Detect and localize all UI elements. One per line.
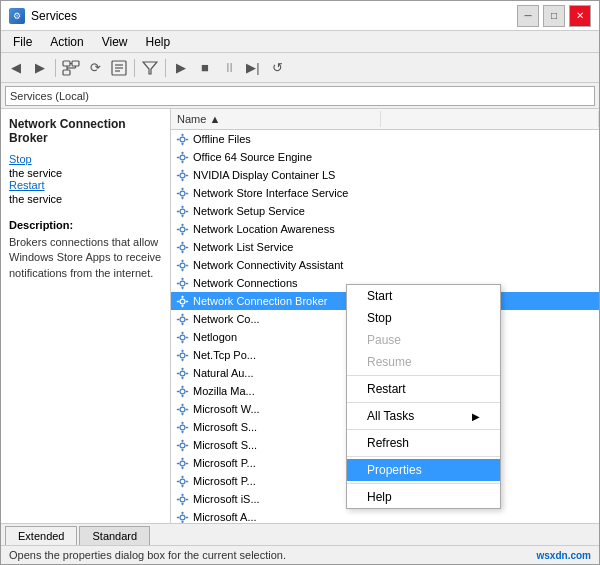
svg-rect-30 xyxy=(176,192,178,194)
pause-service-button[interactable]: ⏸ xyxy=(218,57,240,79)
svg-rect-78 xyxy=(181,367,183,369)
description-text: Brokers connections that allow Windows S… xyxy=(9,235,162,281)
title-bar-left: ⚙ Services xyxy=(9,8,77,24)
list-item[interactable]: Network List Service xyxy=(171,238,599,256)
service-icon xyxy=(175,276,189,290)
window-controls: ─ □ ✕ xyxy=(517,5,591,27)
ctx-pause[interactable]: Pause xyxy=(347,329,500,351)
ctx-all-tasks[interactable]: All Tasks ▶ xyxy=(347,405,500,427)
panel-title: Network Connection Broker xyxy=(9,117,162,145)
ctx-sep-2 xyxy=(347,402,500,403)
filter-button[interactable] xyxy=(139,57,161,79)
ctx-restart[interactable]: Restart xyxy=(347,378,500,400)
svg-rect-90 xyxy=(176,408,178,410)
ctx-start-label: Start xyxy=(367,289,392,303)
svg-point-47 xyxy=(180,263,185,268)
col-desc-header[interactable] xyxy=(381,111,599,127)
ctx-help[interactable]: Help xyxy=(347,486,500,508)
service-icon xyxy=(175,438,189,452)
list-item[interactable]: Network Location Awareness xyxy=(171,220,599,238)
breadcrumb: Services (Local) xyxy=(5,86,595,106)
ctx-refresh[interactable]: Refresh xyxy=(347,432,500,454)
ctx-restart-label: Restart xyxy=(367,382,406,396)
svg-rect-88 xyxy=(181,403,183,405)
col-name-header[interactable]: Name ▲ xyxy=(171,111,381,127)
svg-point-12 xyxy=(180,137,185,142)
menu-help[interactable]: Help xyxy=(138,33,179,51)
svg-rect-34 xyxy=(181,214,183,216)
ctx-pause-label: Pause xyxy=(367,333,401,347)
forward-button[interactable]: ▶ xyxy=(29,57,51,79)
svg-rect-108 xyxy=(181,475,183,477)
ctx-start[interactable]: Start xyxy=(347,285,500,307)
svg-rect-21 xyxy=(185,156,187,158)
resume-service-button[interactable]: ▶| xyxy=(242,57,264,79)
menu-view[interactable]: View xyxy=(94,33,136,51)
stop-service-button[interactable]: ■ xyxy=(194,57,216,79)
ctx-resume[interactable]: Resume xyxy=(347,351,500,373)
list-item[interactable]: Offline Files xyxy=(171,130,599,148)
svg-rect-89 xyxy=(181,412,183,414)
svg-rect-15 xyxy=(176,138,178,140)
connect-button[interactable] xyxy=(60,57,82,79)
ctx-properties[interactable]: Properties xyxy=(347,459,500,481)
right-panel: Name ▲ Offline Files Office 64 Source En… xyxy=(171,109,599,523)
svg-point-67 xyxy=(180,335,185,340)
svg-rect-106 xyxy=(185,462,187,464)
service-icon xyxy=(175,294,189,308)
stop-link[interactable]: Stop xyxy=(9,153,162,165)
svg-rect-18 xyxy=(181,151,183,153)
properties-button[interactable] xyxy=(108,57,130,79)
svg-rect-119 xyxy=(181,520,183,522)
menu-file[interactable]: File xyxy=(5,33,40,51)
svg-rect-83 xyxy=(181,385,183,387)
list-item[interactable]: Network Store Interface Service xyxy=(171,184,599,202)
close-button[interactable]: ✕ xyxy=(569,5,591,27)
list-item[interactable]: Network Setup Service xyxy=(171,202,599,220)
svg-rect-113 xyxy=(181,493,183,495)
maximize-button[interactable]: □ xyxy=(543,5,565,27)
tab-standard[interactable]: Standard xyxy=(79,526,150,545)
service-icon xyxy=(175,222,189,236)
address-bar: Services (Local) xyxy=(1,83,599,109)
svg-marker-11 xyxy=(143,62,157,74)
tab-extended[interactable]: Extended xyxy=(5,526,77,546)
refresh-local-button[interactable]: ⟳ xyxy=(84,57,106,79)
restart-link[interactable]: Restart xyxy=(9,179,162,191)
list-item[interactable]: NVIDIA Display Container LS xyxy=(171,166,599,184)
description-title: Description: xyxy=(9,219,162,231)
svg-rect-101 xyxy=(185,444,187,446)
service-icon xyxy=(175,420,189,434)
service-icon xyxy=(175,150,189,164)
list-item[interactable]: Network Connectivity Assistant xyxy=(171,256,599,274)
service-icon xyxy=(175,132,189,146)
svg-rect-63 xyxy=(181,313,183,315)
list-item[interactable]: Office 64 Source Engine xyxy=(171,148,599,166)
start-service-button[interactable]: ▶ xyxy=(170,57,192,79)
svg-rect-54 xyxy=(181,286,183,288)
svg-rect-116 xyxy=(185,498,187,500)
svg-rect-60 xyxy=(176,300,178,302)
minimize-button[interactable]: ─ xyxy=(517,5,539,27)
ctx-stop[interactable]: Stop xyxy=(347,307,500,329)
svg-rect-35 xyxy=(176,210,178,212)
restart-service-button[interactable]: ↺ xyxy=(266,57,288,79)
list-header: Name ▲ xyxy=(171,109,599,130)
back-button[interactable]: ◀ xyxy=(5,57,27,79)
svg-rect-104 xyxy=(181,466,183,468)
svg-rect-16 xyxy=(185,138,187,140)
svg-point-117 xyxy=(180,515,185,520)
separator-3 xyxy=(165,59,166,77)
svg-rect-25 xyxy=(176,174,178,176)
svg-rect-61 xyxy=(185,300,187,302)
svg-rect-0 xyxy=(63,61,70,66)
svg-rect-114 xyxy=(181,502,183,504)
svg-point-57 xyxy=(180,299,185,304)
svg-point-27 xyxy=(180,191,185,196)
main-content: Network Connection Broker Stop the servi… xyxy=(1,109,599,523)
svg-point-82 xyxy=(180,389,185,394)
list-item[interactable]: Microsoft A... xyxy=(171,508,599,523)
svg-point-17 xyxy=(180,155,185,160)
service-name: Network List Service xyxy=(193,241,599,253)
menu-action[interactable]: Action xyxy=(42,33,91,51)
